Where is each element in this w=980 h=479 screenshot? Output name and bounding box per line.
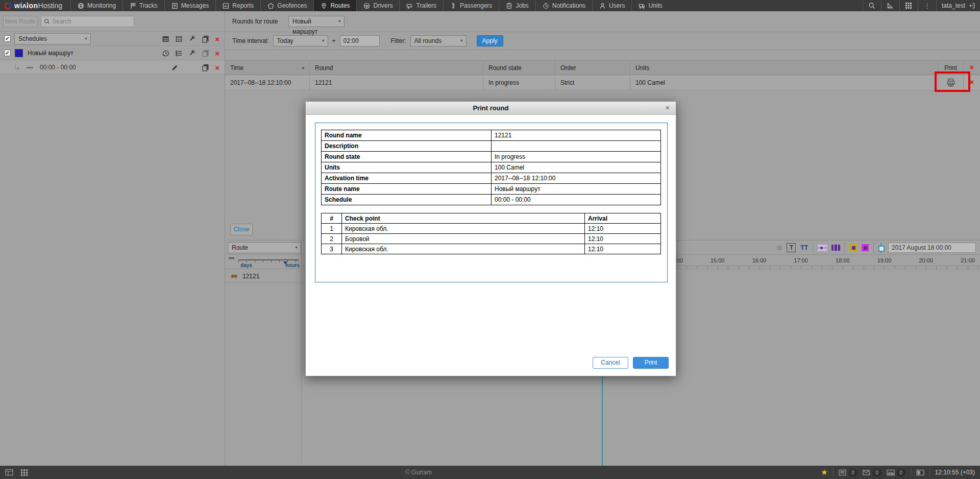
col-round[interactable]: Round — [310, 61, 483, 75]
table-row: Description — [322, 141, 661, 152]
nav-geofences[interactable]: Geofences — [260, 0, 313, 11]
table-row: Activation time2017--08--18 12:10:00 — [322, 173, 661, 184]
schedules-checkbox[interactable] — [4, 35, 11, 42]
timeline-unit-row[interactable]: 12121 — [225, 270, 301, 283]
delete-route-icon[interactable]: × — [215, 50, 219, 57]
more-menu-button[interactable]: ⋮ — [918, 0, 936, 11]
delete-schedules-icon[interactable]: × — [215, 35, 219, 43]
table-row: Units100 Camel — [322, 162, 661, 173]
col-time[interactable]: Time▲ — [225, 61, 310, 75]
table-row: Round name12121 — [322, 130, 661, 141]
nav-users[interactable]: Users — [592, 0, 631, 11]
nav-label: Notifications — [552, 2, 585, 9]
history-clock-icon[interactable] — [162, 50, 169, 57]
mail-counter[interactable]: 0 — [863, 469, 881, 476]
interval-select[interactable]: Today — [273, 35, 328, 46]
user-menu[interactable]: tata_test — [936, 0, 980, 11]
statusbar-divider — [833, 468, 834, 476]
dialog-close-button[interactable]: × — [666, 102, 670, 114]
zoom-out-icon[interactable] — [229, 257, 234, 259]
apply-button[interactable]: Apply — [477, 35, 503, 46]
interval-offset-input[interactable] — [340, 35, 380, 46]
nav-reports[interactable]: Reports — [215, 0, 260, 11]
stopwatch-icon — [543, 3, 549, 9]
col-state[interactable]: Round state — [483, 61, 555, 75]
rounds-for-route-label: Rounds for route — [232, 18, 278, 25]
tools-button[interactable] — [881, 0, 899, 11]
cancel-button[interactable]: Cancel — [593, 357, 628, 369]
copy-icon[interactable] — [202, 35, 209, 43]
list-icon[interactable] — [175, 50, 183, 57]
nav-label: Units — [648, 2, 662, 9]
wrench-icon[interactable] — [188, 35, 196, 43]
slider-days-label: days — [240, 262, 252, 268]
timeline-cursor-icon[interactable] — [878, 243, 884, 253]
col-units-label: Units — [635, 64, 649, 71]
server-clock: 12:10:55 (+03) — [935, 469, 975, 476]
media-counter[interactable]: 0 — [887, 469, 905, 476]
nav-notifications[interactable]: Notifications — [535, 0, 592, 11]
nav-tracks[interactable]: Tracks — [122, 0, 164, 11]
polygon-icon — [267, 3, 274, 9]
wrench-icon[interactable] — [188, 50, 196, 57]
text-single-icon[interactable]: T — [787, 243, 796, 252]
print-button[interactable]: Print — [633, 357, 669, 369]
route-checkbox[interactable] — [4, 50, 11, 56]
round-table-row[interactable]: 2017--08--18 12:10:00 12121 In progress … — [225, 76, 980, 90]
new-route-button[interactable]: New Route — [3, 16, 37, 27]
nav-units[interactable]: Units — [631, 0, 669, 11]
passenger-icon — [450, 3, 457, 9]
apps-button[interactable] — [899, 0, 918, 11]
timeline-hour-label: 15:00 — [710, 257, 725, 264]
toolbar-divider — [813, 242, 813, 253]
nav-monitoring[interactable]: Monitoring — [70, 0, 122, 11]
round-info-table: Round name12121 Description Round stateI… — [321, 130, 661, 205]
schedules-select[interactable]: Schedules — [14, 33, 91, 44]
timeline-toolbar-icons: T TT 2017 August 18 00:00 — [777, 241, 976, 255]
yellow-marker-icon[interactable] — [850, 244, 857, 251]
text-double-icon[interactable]: TT — [800, 244, 808, 251]
table-row: Schedule00:00 - 00:00 — [322, 195, 661, 205]
message-icon — [839, 469, 847, 476]
filter-select[interactable]: All rounds — [410, 35, 467, 46]
layout-icon[interactable] — [5, 469, 13, 476]
col-order[interactable]: Order — [555, 61, 630, 75]
wialon-app: wiʌlonHosting Monitoring Tracks Messages… — [0, 0, 980, 479]
point-on-line-icon[interactable] — [818, 245, 827, 251]
timetable-icon[interactable] — [175, 35, 183, 43]
nav-label: Monitoring — [87, 2, 116, 9]
calendar-icon[interactable] — [162, 35, 169, 43]
close-rounds-button[interactable]: Close — [230, 224, 253, 235]
nav-passengers[interactable]: Passengers — [443, 0, 499, 11]
flag-icon — [130, 3, 136, 9]
delete-schedule-icon[interactable]: × — [215, 64, 219, 71]
copy-icon[interactable] — [202, 64, 209, 71]
route-search-input[interactable] — [52, 18, 131, 25]
rounds-route-select[interactable]: Новый маршрут — [288, 16, 345, 27]
favorites-star-icon[interactable]: ★ — [821, 468, 827, 477]
col-units[interactable]: Units — [630, 61, 938, 75]
bottom-panel-icon[interactable] — [916, 469, 924, 476]
nav-label: Reports — [232, 2, 254, 9]
schedule-item-row[interactable]: 00:00 - 00:00 × — [0, 60, 225, 75]
timeline-zoom-slider: days hours — [225, 255, 301, 269]
kebab-icon: ⋮ — [924, 2, 930, 10]
logout-icon — [969, 3, 975, 9]
timeline-mode-select[interactable]: Route — [228, 242, 301, 253]
nav-routes[interactable]: Routes — [313, 0, 356, 11]
edit-pencil-icon[interactable] — [171, 64, 179, 71]
nav-jobs[interactable]: Jobs — [499, 0, 535, 11]
square-icon[interactable] — [777, 246, 782, 250]
timeline-cursor-line[interactable] — [602, 376, 603, 466]
notices-counter[interactable]: 0 — [839, 469, 857, 476]
nav-drivers[interactable]: Drivers — [356, 0, 399, 11]
grid-icon[interactable] — [20, 469, 29, 476]
magenta-marker-icon[interactable] — [862, 244, 869, 251]
global-search-button[interactable] — [863, 0, 881, 11]
route-row[interactable]: Новый маршрут × — [0, 46, 225, 60]
nav-trailers[interactable]: Trailers — [399, 0, 443, 11]
nav-messages[interactable]: Messages — [164, 0, 216, 11]
timeline-date-field[interactable]: 2017 August 18 00:00 — [888, 243, 976, 253]
interval-bars-icon[interactable] — [831, 245, 840, 251]
status-bar: © Gurtam ★ 0 0 0 12:10:55 (+03) — [0, 466, 980, 479]
